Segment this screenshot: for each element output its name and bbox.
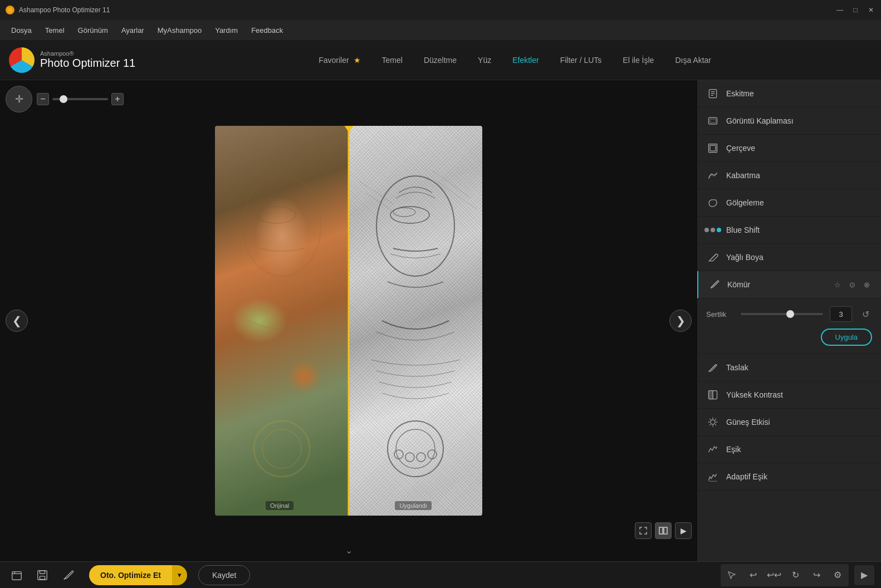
maximize-button[interactable]: □ [851,6,860,14]
zoom-thumb [60,95,67,103]
zoom-out-button[interactable]: − [37,93,49,105]
komur-close-button[interactable]: ⊗ [861,279,872,290]
menu-dosya[interactable]: Dosya [6,24,37,37]
svg-line-10 [438,182,477,209]
taslak-label: Taslak [726,363,748,372]
panel-expand-button[interactable]: ▶ [854,565,874,585]
esik-label: Eşik [726,445,741,454]
effect-komur[interactable]: Kömür ☆ ⊙ ⊗ [697,271,881,298]
menubar: Dosya Temel Görünüm Ayarlar MyAshampoo Y… [0,20,881,40]
svg-point-12 [396,429,435,468]
kaydet-button[interactable]: Kaydet [198,565,251,585]
komur-info-button[interactable]: ⊙ [846,279,858,290]
svg-rect-32 [709,391,713,399]
split-view-button[interactable] [655,522,672,539]
effect-gunes-etkisi[interactable]: Güneş Etkisi [697,409,881,436]
pan-control[interactable]: ✛ [6,86,32,112]
original-label: Orijinal [266,501,293,510]
svg-line-9 [432,170,471,198]
yuksek-kontrast-icon [706,388,720,401]
komur-icon [707,278,721,291]
svg-point-3 [262,429,301,468]
svg-rect-43 [12,571,22,580]
window-title: Ashampoo Photo Optimizer 11 [19,6,835,14]
menu-ayarlar[interactable]: Ayarlar [116,24,150,37]
menu-yardim[interactable]: Yardım [209,24,243,37]
eskitme-icon [706,87,720,100]
effect-esik[interactable]: Eşik [697,436,881,463]
prev-image-button[interactable]: ❮ [6,310,28,332]
menu-temel[interactable]: Temel [40,24,70,37]
effect-yagli-boya[interactable]: Yağlı Boya [697,244,881,271]
goruntu-kaplamasi-label: Görüntü Kaplaması [726,116,794,125]
tab-duzeltme[interactable]: Düzeltme [415,52,466,68]
sertlik-slider[interactable] [741,313,823,315]
next-image-button[interactable]: ❯ [669,310,692,332]
sertlik-value[interactable]: 3 [830,306,852,322]
split-handle[interactable] [348,126,350,516]
oto-optimize-button[interactable]: Oto. Optimize Et [89,565,172,585]
brand-name: Ashampoo® [40,50,135,57]
svg-rect-24 [710,119,716,123]
menu-myashampoo[interactable]: MyAshampoo [152,24,207,37]
main-area: ✛ − + ❮ [0,80,881,561]
svg-point-6 [393,208,415,217]
sertlik-row: Sertlik 3 ↺ [706,306,872,322]
effect-eskitme[interactable]: Eskitme [697,80,881,107]
undo-button[interactable]: ↩ [743,565,763,585]
zoom-slider-area: − + [37,93,124,105]
menu-feedback[interactable]: Feedback [246,24,288,37]
tab-disa-aktar[interactable]: Dışa Aktar [666,52,720,68]
effect-taslak[interactable]: Taslak [697,354,881,381]
tab-temel[interactable]: Temel [373,52,412,68]
tab-el-ile-isle[interactable]: El ile İşle [614,52,663,68]
yuksek-kontrast-label: Yüksek Kontrast [726,390,783,399]
svg-line-38 [709,419,711,420]
split-arrow [344,126,353,133]
undo-all-button[interactable]: ↩↩ [764,565,784,585]
scroll-indicator[interactable]: ⌄ [345,545,353,556]
fit-view-button[interactable] [635,522,652,539]
open-file-button[interactable] [7,565,27,585]
taslak-icon [706,361,720,374]
oto-optimize-dropdown-button[interactable]: ▾ [172,565,187,585]
adaptif-esik-label: Adaptif Eşik [726,472,767,481]
fullscreen-button[interactable]: ▶ [675,522,692,539]
processed-image [349,126,482,516]
blue-shift-icon [706,223,720,237]
sertlik-reset-button[interactable]: ↺ [859,307,872,321]
effect-goruntu-kaplamasi[interactable]: Görüntü Kaplaması [697,107,881,135]
svg-rect-17 [659,527,663,534]
yagli-boya-icon [706,251,720,264]
product-name: Photo Optimizer 11 [40,57,135,70]
komur-star-button[interactable]: ☆ [832,279,843,290]
effect-cerceve[interactable]: Çerçeve [697,135,881,162]
effect-adaptif-esik[interactable]: Adaptif Eşik [697,463,881,491]
redo-all-button[interactable]: ↻ [785,565,805,585]
nav-tabs: Favoriler ★ Temel Düzeltme Yüz Efektler … [158,52,872,68]
info-button[interactable] [58,565,78,585]
tab-favoriler[interactable]: Favoriler ★ [310,52,369,68]
uygula-button[interactable]: Uygula [821,329,872,346]
bottom-toolbar: Oto. Optimize Et ▾ Kaydet ↩ ↩↩ ↻ ↪ ⚙ ▶ [0,561,881,588]
select-tool-button[interactable] [722,565,742,585]
effect-kabartma[interactable]: Kabartma [697,162,881,189]
redo-button[interactable]: ↪ [806,565,826,585]
tab-yuz[interactable]: Yüz [469,52,500,68]
close-button[interactable]: ✕ [867,6,875,14]
settings-button[interactable]: ⚙ [828,565,848,585]
tab-filter-luts[interactable]: Filter / LUTs [551,52,611,68]
effect-golgeleme[interactable]: Gölgeleme [697,189,881,217]
zoom-slider[interactable] [52,98,108,100]
yagli-boya-label: Yağlı Boya [726,253,763,262]
golgeleme-label: Gölgeleme [726,198,764,207]
menu-gorunüm[interactable]: Görünüm [72,24,114,37]
effect-yuksek-kontrast[interactable]: Yüksek Kontrast [697,381,881,409]
tools-group: ↩ ↩↩ ↻ ↪ ⚙ [721,564,849,586]
tab-efektler[interactable]: Efektler [503,52,547,68]
minimize-button[interactable]: — [835,6,844,14]
effect-blue-shift[interactable]: Blue Shift [697,217,881,244]
save-file-button[interactable] [32,565,52,585]
zoom-in-button[interactable]: + [111,93,124,105]
svg-point-15 [417,453,425,462]
